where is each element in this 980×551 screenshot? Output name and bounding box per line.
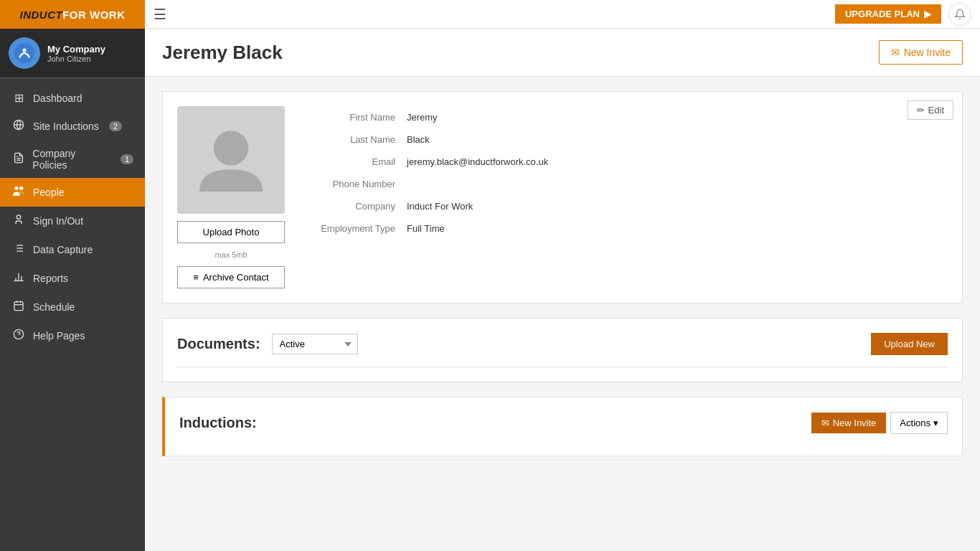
- upload-photo-button[interactable]: Upload Photo: [177, 221, 285, 243]
- inductions-header: Inductions: ✉ New Invite Actions ▾: [179, 412, 948, 434]
- company-label: Company: [306, 201, 407, 212]
- sidebar-item-site-inductions[interactable]: Site Inductions 2: [0, 112, 145, 141]
- archive-contact-button[interactable]: ≡ Archive Contact: [177, 266, 285, 288]
- company-row: Company Induct For Work: [306, 195, 948, 217]
- main-header: Jeremy Black ✉ New Invite: [145, 29, 980, 77]
- inductions-new-invite-button[interactable]: ✉ New Invite: [811, 413, 887, 433]
- dashboard-icon: ⊞: [11, 91, 26, 105]
- first-name-value: Jeremy: [407, 112, 438, 123]
- sidebar-item-dashboard[interactable]: ⊞ Dashboard: [0, 84, 145, 112]
- sidebar-item-company-policies[interactable]: Company Policies 1: [0, 141, 145, 178]
- brand-logo: [9, 37, 40, 69]
- logo-induct: INDUCT: [20, 9, 63, 21]
- logo-forwork: FOR WORK: [62, 9, 125, 21]
- sidebar-item-reports[interactable]: Reports: [0, 264, 145, 293]
- avatar: [177, 106, 285, 214]
- edit-label: Edit: [928, 105, 944, 116]
- brand-info: My Company John Citizen: [47, 44, 105, 63]
- employment-type-value: Full Time: [407, 223, 445, 234]
- email-label: Email: [306, 156, 407, 167]
- phone-row: Phone Number: [306, 173, 948, 195]
- documents-section: Documents: Active Archived All Upload Ne…: [162, 318, 963, 382]
- archive-icon: ≡: [193, 272, 199, 283]
- profile-content: Upload Photo max 5mb ≡ Archive Contact F…: [177, 106, 948, 288]
- first-name-label: First Name: [306, 112, 407, 123]
- company-value: Induct For Work: [407, 201, 473, 212]
- phone-label: Phone Number: [306, 179, 407, 189]
- logo[interactable]: INDUCTFOR WORK: [0, 0, 145, 29]
- upload-hint: max 5mb: [215, 250, 247, 259]
- new-invite-label: New Invite: [904, 47, 951, 58]
- sidebar-item-people[interactable]: People: [0, 178, 145, 207]
- schedule-icon: [11, 300, 26, 314]
- email-row: Email jeremy.black@inductforwork.co.uk: [306, 151, 948, 173]
- last-name-value: Black: [407, 134, 430, 145]
- svg-point-7: [19, 187, 23, 190]
- inductions-actions-chevron: ▾: [933, 418, 938, 428]
- svg-point-8: [17, 215, 20, 219]
- upgrade-plan-button[interactable]: UPGRADE PLAN ▶: [835, 4, 941, 24]
- inductions-title: Inductions:: [179, 415, 257, 431]
- sidebar-label-help-pages: Help Pages: [33, 330, 85, 342]
- profile-card: ✏ Edit Upload Photo max 5mb: [162, 91, 963, 303]
- sidebar-label-reports: Reports: [33, 273, 68, 284]
- svg-point-25: [214, 131, 248, 165]
- layout: My Company John Citizen ⊞ Dashboard Site…: [0, 29, 980, 551]
- documents-divider: [177, 367, 948, 367]
- sidebar-label-schedule: Schedule: [33, 301, 75, 313]
- employment-type-label: Employment Type: [306, 223, 407, 234]
- top-bar: INDUCTFOR WORK ☰ UPGRADE PLAN ▶: [0, 0, 980, 29]
- company-policies-badge: 1: [121, 154, 133, 164]
- upload-new-button[interactable]: Upload New: [871, 333, 948, 355]
- sign-in-out-icon: [11, 214, 26, 228]
- top-bar-content: ☰ UPGRADE PLAN ▶: [145, 0, 980, 29]
- profile-details: First Name Jeremy Last Name Black Email …: [306, 106, 948, 288]
- email-value: jeremy.black@inductforwork.co.uk: [407, 156, 548, 167]
- notification-icon[interactable]: [948, 3, 971, 26]
- upgrade-icon: ▶: [924, 9, 931, 19]
- sidebar: My Company John Citizen ⊞ Dashboard Site…: [0, 29, 145, 551]
- last-name-row: Last Name Black: [306, 128, 948, 151]
- svg-point-1: [23, 49, 27, 52]
- inductions-actions-label: Actions: [900, 418, 930, 428]
- help-icon: [11, 329, 26, 343]
- sidebar-item-sign-in-out[interactable]: Sign In/Out: [0, 207, 145, 235]
- sidebar-label-data-capture: Data Capture: [33, 244, 93, 255]
- sidebar-item-schedule[interactable]: Schedule: [0, 293, 145, 321]
- site-inductions-badge: 2: [109, 121, 122, 131]
- inductions-section: Inductions: ✉ New Invite Actions ▾: [162, 397, 963, 456]
- inductions-invite-label: New Invite: [833, 418, 877, 428]
- profile-photo-section: Upload Photo max 5mb ≡ Archive Contact: [177, 106, 285, 288]
- brand-company: My Company: [47, 44, 105, 55]
- sidebar-label-people: People: [33, 187, 65, 198]
- edit-button[interactable]: ✏ Edit: [908, 100, 953, 120]
- sidebar-label-company-policies: Company Policies: [32, 148, 110, 171]
- hamburger-button[interactable]: ☰: [154, 6, 166, 23]
- svg-rect-19: [14, 302, 23, 311]
- new-invite-button[interactable]: ✉ New Invite: [879, 40, 963, 65]
- first-name-row: First Name Jeremy: [306, 106, 948, 128]
- main-content: Jeremy Black ✉ New Invite ✏ Edit: [145, 29, 980, 551]
- page-title: Jeremy Black: [162, 42, 283, 64]
- sidebar-item-help-pages[interactable]: Help Pages: [0, 321, 145, 350]
- sidebar-label-dashboard: Dashboard: [33, 93, 83, 104]
- documents-header: Documents: Active Archived All Upload Ne…: [177, 333, 948, 355]
- site-inductions-icon: [11, 119, 26, 133]
- employment-type-row: Employment Type Full Time: [306, 217, 948, 240]
- reports-icon: [11, 271, 26, 286]
- svg-point-6: [14, 187, 18, 190]
- inductions-invite-icon: ✉: [821, 418, 829, 428]
- edit-icon: ✏: [917, 105, 925, 116]
- upgrade-label: UPGRADE PLAN: [845, 9, 920, 19]
- inductions-actions-button[interactable]: Actions ▾: [890, 412, 948, 434]
- last-name-label: Last Name: [306, 134, 407, 145]
- data-capture-icon: [11, 242, 26, 257]
- sidebar-nav: ⊞ Dashboard Site Inductions 2: [0, 78, 145, 356]
- archive-label: Archive Contact: [203, 272, 269, 283]
- sidebar-label-site-inductions: Site Inductions: [33, 121, 99, 132]
- brand-user: John Citizen: [47, 55, 105, 63]
- sidebar-item-data-capture[interactable]: Data Capture: [0, 235, 145, 264]
- sidebar-label-sign-in-out: Sign In/Out: [33, 215, 83, 227]
- documents-filter-select[interactable]: Active Archived All: [272, 334, 358, 354]
- main-body: ✏ Edit Upload Photo max 5mb: [145, 77, 980, 485]
